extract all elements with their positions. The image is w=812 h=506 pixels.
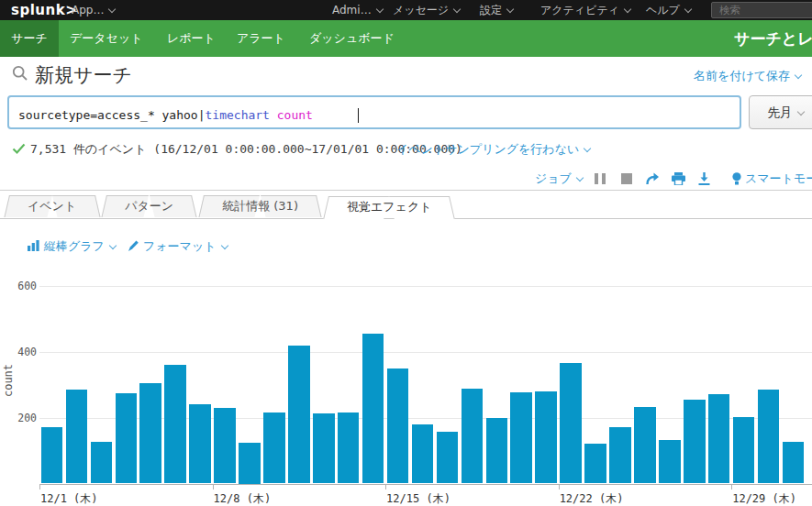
tab-statistics[interactable]: 統計情報 (31) <box>204 195 317 217</box>
bar-12/27[interactable] <box>684 400 706 484</box>
activity-menu[interactable]: アクティビティ <box>540 0 630 20</box>
x-axis-line <box>39 484 812 485</box>
chevron-down-icon <box>795 72 802 79</box>
page-title: 新規サーチ <box>35 62 132 88</box>
check-icon <box>12 143 26 155</box>
chevron-down-icon <box>375 6 383 13</box>
x-tick-label: 12/29 (木) <box>732 491 796 506</box>
bar-12/28[interactable] <box>708 394 730 484</box>
settings-menu[interactable]: 設定 <box>480 0 513 20</box>
bar-12/9[interactable] <box>239 443 261 484</box>
bar-12/22[interactable] <box>560 363 582 483</box>
x-tick-label: 12/15 (木) <box>386 491 450 506</box>
x-tick <box>213 485 214 490</box>
y-tick-label: 400 <box>0 346 37 358</box>
bar-12/30[interactable] <box>758 390 780 484</box>
bar-12/3[interactable] <box>91 442 113 484</box>
job-menu[interactable]: ジョブ <box>535 169 583 189</box>
bar-12/2[interactable] <box>66 390 88 483</box>
chevron-down-icon <box>624 6 631 13</box>
chevron-down-icon <box>108 6 116 13</box>
nav-item-alerts[interactable]: アラート <box>237 20 285 57</box>
y-axis-label: count <box>2 354 15 407</box>
bar-12/10[interactable] <box>263 412 285 483</box>
bar-12/14[interactable] <box>362 334 384 483</box>
bar-12/31[interactable] <box>783 442 805 483</box>
print-icon[interactable] <box>672 172 685 185</box>
tab-events[interactable]: イベント <box>9 195 95 217</box>
splunk-logo[interactable]: splunk> <box>11 0 77 20</box>
search-query-text: sourcetype=access_* yahoo|timechart coun… <box>18 105 313 123</box>
x-tick-label: 12/8 (木) <box>214 491 272 506</box>
pause-icon[interactable] <box>595 173 606 184</box>
tab-patterns[interactable]: パターン <box>106 195 192 217</box>
chevron-down-icon <box>576 174 584 182</box>
bar-12/4[interactable] <box>116 393 138 484</box>
bar-12/8[interactable] <box>214 408 236 484</box>
topbar: splunk> App… Admi… メッセージ 設定 アクティビティ ヘルプ <box>0 0 812 20</box>
export-icon[interactable] <box>698 172 710 185</box>
bar-12/23[interactable] <box>584 444 606 483</box>
app-title: サーチとレポート <box>734 20 812 57</box>
tab-visualization[interactable]: 視覚エフェクト <box>328 196 450 219</box>
bar-12/29[interactable] <box>733 417 755 484</box>
nav-item-search[interactable]: サーチ <box>0 20 59 57</box>
bar-12/20[interactable] <box>510 392 532 484</box>
chevron-down-icon <box>109 242 117 249</box>
chevron-down-icon <box>506 6 514 13</box>
nav-item-datasets[interactable]: データセット <box>70 20 143 57</box>
event-sampling-link[interactable]: イベントサンプリングを行わない <box>396 141 590 158</box>
messages-menu[interactable]: メッセージ <box>393 0 460 20</box>
chart-type-picker[interactable]: 縦棒グラフ <box>28 238 116 255</box>
bar-12/18[interactable] <box>462 389 484 483</box>
time-range-picker[interactable]: 先月 <box>749 95 812 129</box>
chevron-down-icon <box>796 107 804 115</box>
bar-12/13[interactable] <box>338 412 360 483</box>
save-as-link[interactable]: 名前を付けて保存 <box>694 68 801 84</box>
search-query-input[interactable]: sourcetype=access_* yahoo|timechart coun… <box>7 95 741 129</box>
chevron-down-icon <box>453 6 461 13</box>
results-tabs: イベント パターン 統計情報 (31) 視覚エフェクト <box>0 191 812 219</box>
x-tick <box>731 485 732 490</box>
chevron-down-icon <box>584 145 591 152</box>
pencil-icon <box>128 240 139 251</box>
query-segment: count <box>270 108 313 122</box>
bar-12/11[interactable] <box>288 346 310 483</box>
column-chart-icon <box>28 239 39 251</box>
x-tick <box>559 485 560 490</box>
bar-12/1[interactable] <box>41 427 63 483</box>
help-menu[interactable]: ヘルプ <box>646 0 691 20</box>
column-chart: count 20040060012/1 (木)12/8 (木)12/15 (木)… <box>0 266 812 506</box>
bar-12/15[interactable] <box>387 368 409 484</box>
bar-12/7[interactable] <box>189 404 211 483</box>
nav-item-reports[interactable]: レポート <box>167 20 216 57</box>
title-row: 新規サーチ 名前を付けて保存 <box>0 57 812 94</box>
global-search-input[interactable] <box>711 2 812 18</box>
x-tick-label: 12/22 (木) <box>560 491 624 506</box>
admin-menu[interactable]: Admi… <box>332 0 383 20</box>
bar-12/16[interactable] <box>412 424 434 484</box>
bar-12/5[interactable] <box>139 383 161 483</box>
gridline <box>39 286 812 287</box>
bar-12/26[interactable] <box>659 440 681 483</box>
app-navbar: サーチ データセット レポート アラート ダッシュボード サーチとレポート <box>0 20 812 57</box>
share-icon[interactable] <box>646 172 660 185</box>
x-tick <box>39 485 40 490</box>
results-info-row: 7,531 件のイベント (16/12/01 0:00:00.000~17/01… <box>0 139 812 160</box>
bar-12/21[interactable] <box>535 391 557 484</box>
search-mode-selector[interactable]: スマートモード <box>745 169 812 189</box>
bar-12/12[interactable] <box>313 413 335 483</box>
stop-icon[interactable] <box>621 173 632 184</box>
text-cursor <box>358 108 360 123</box>
format-menu[interactable]: フォーマット <box>128 238 228 255</box>
splunk-window: splunk> App… Admi… メッセージ 設定 アクティビティ ヘルプ … <box>0 0 812 506</box>
x-tick <box>385 485 386 490</box>
viz-controls: 縦棒グラフ フォーマット <box>0 236 812 258</box>
bar-12/25[interactable] <box>634 407 656 483</box>
app-menu[interactable]: App… <box>72 0 115 20</box>
bar-12/24[interactable] <box>609 427 631 483</box>
bar-12/19[interactable] <box>486 418 508 484</box>
bar-12/17[interactable] <box>437 432 459 484</box>
bar-12/6[interactable] <box>164 365 186 483</box>
nav-item-dashboards[interactable]: ダッシュボード <box>309 20 395 57</box>
